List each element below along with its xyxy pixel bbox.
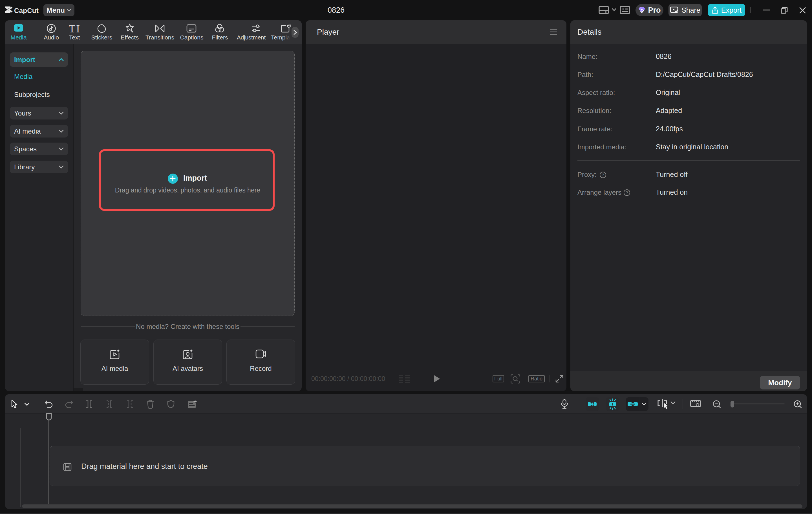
- svg-text:?: ?: [602, 173, 604, 177]
- svg-text:?: ?: [626, 190, 628, 195]
